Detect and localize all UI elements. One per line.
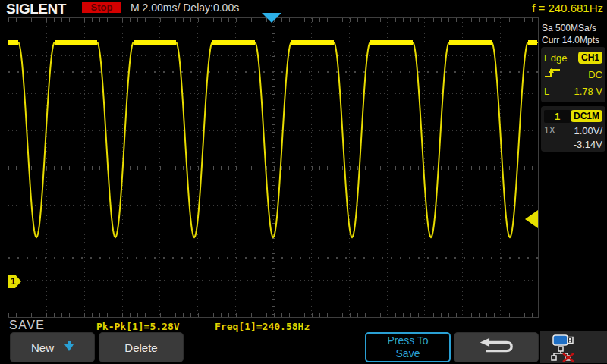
trigger-level-label: L [544,86,549,97]
delete-button-label: Delete [124,341,157,354]
vertical-scale-readout: 1.00V/ [574,125,602,136]
timebase-readout: M 2.00ms/ Delay:0.00s [131,2,239,14]
trigger-position-marker-icon[interactable] [262,13,281,23]
sample-rate-readout: Sa 500MSa/s [542,23,605,33]
trigger-type-label: Edge [544,52,567,64]
press-to-save-line2: Save [396,347,420,360]
press-to-save-button[interactable]: Press To Save [365,332,451,362]
trigger-frequency-readout: f = 240.681Hz [532,2,603,14]
status-icons-panel [540,331,607,363]
lan-disconnected-icon [551,346,575,364]
back-button[interactable] [454,332,539,362]
new-button-label: New [31,341,54,354]
trigger-level-marker [525,210,538,228]
acquisition-status-badge[interactable]: Stop [82,2,121,13]
waveform-display[interactable]: 1 [8,17,539,318]
memory-depth-readout: Curr 14.0Mpts [542,35,605,46]
vertical-offset-readout: -3.14V [574,139,602,150]
new-button[interactable]: New [10,332,95,362]
return-arrow-icon [475,337,517,359]
trigger-coupling-value: DC [588,69,602,80]
delete-button[interactable]: Delete [99,332,184,362]
menu-title: SAVE [9,318,46,332]
channel1-trace: 1 [8,18,538,317]
channel1-info-panel[interactable]: 1 DC1M 1X 1.00V/ -3.14V [541,106,605,152]
svg-text:1: 1 [11,276,16,287]
oscilloscope-screen: SIGLENT Stop M 2.00ms/ Delay:0.00s f = 2… [0,0,607,364]
trigger-source-badge: CH1 [578,52,602,64]
trigger-level-value: 1.78 V [574,86,602,97]
measurement-freq: Freq[1]=240.58Hz [215,321,310,332]
channel-number: 1 [544,110,571,123]
channel-coupling-badge: DC1M [571,110,602,122]
trigger-info-panel[interactable]: Edge CH1 DC L 1.78 V [541,47,605,102]
probe-attenuation: 1X [544,125,555,136]
brand-logo: SIGLENT [6,1,66,17]
measurement-pkpk: Pk-Pk[1]=5.28V [96,321,180,332]
channel1-zero-marker: 1 [8,275,21,288]
press-to-save-line1: Press To [387,334,428,347]
rising-edge-icon [544,67,561,82]
dropdown-arrow-icon [64,344,74,351]
